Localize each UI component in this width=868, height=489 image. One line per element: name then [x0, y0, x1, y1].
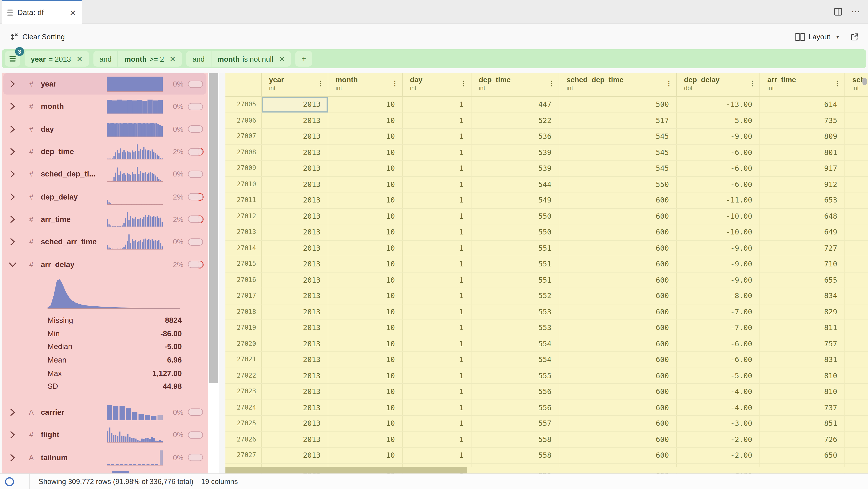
close-icon[interactable]: ✕: [70, 9, 76, 17]
row-number[interactable]: 27012: [225, 208, 262, 224]
table-cell[interactable]: 549: [471, 192, 559, 208]
table-cell[interactable]: 550: [471, 208, 559, 224]
table-cell[interactable]: 2013: [262, 129, 328, 144]
table-cell[interactable]: 10: [328, 288, 403, 303]
table-cell[interactable]: -11.00: [677, 192, 760, 208]
table-cell[interactable]: 10: [328, 416, 403, 431]
table-cell[interactable]: 1: [403, 384, 471, 399]
sidebar-column-row-sched_arr_time[interactable]: #sched_arr_time0%: [2, 231, 208, 253]
table-cell[interactable]: 2013: [262, 352, 328, 367]
table-cell[interactable]: 10: [328, 177, 403, 192]
table-cell[interactable]: [845, 129, 868, 144]
table-cell[interactable]: 600: [559, 320, 677, 335]
table-cell[interactable]: 1: [403, 400, 471, 415]
table-cell[interactable]: 10: [328, 129, 403, 144]
table-cell[interactable]: 536: [471, 129, 559, 144]
table-cell[interactable]: [845, 272, 868, 287]
table-cell[interactable]: 10: [328, 224, 403, 240]
horizontal-scrollbar-thumb[interactable]: [225, 467, 467, 473]
table-cell[interactable]: 2013: [262, 432, 328, 447]
table-cell[interactable]: 10: [328, 384, 403, 399]
clear-sorting-button[interactable]: Clear Sorting: [9, 32, 65, 41]
sidebar-scrollbar-thumb[interactable]: [209, 73, 218, 383]
table-cell[interactable]: [845, 256, 868, 272]
table-cell[interactable]: [845, 400, 868, 415]
table-cell[interactable]: -4.00: [677, 400, 760, 415]
table-cell[interactable]: 1: [403, 160, 471, 176]
table-cell[interactable]: [845, 177, 868, 192]
table-cell[interactable]: -9.00: [677, 129, 760, 144]
sidebar-column-row-arr_delay[interactable]: #arr_delay2%: [2, 253, 208, 276]
table-cell[interactable]: 1: [403, 224, 471, 240]
table-cell[interactable]: 1: [403, 240, 471, 256]
table-cell[interactable]: 500: [559, 97, 677, 112]
table-cell[interactable]: [845, 368, 868, 383]
table-cell[interactable]: 809: [760, 129, 845, 144]
table-cell[interactable]: 551: [471, 240, 559, 256]
null-indicator-pill[interactable]: [188, 454, 203, 461]
column-header-year[interactable]: yearint⋮: [262, 73, 328, 96]
table-cell[interactable]: 10: [328, 256, 403, 272]
table-cell[interactable]: [845, 384, 868, 399]
table-cell[interactable]: 2013: [262, 145, 328, 160]
split-editor-icon[interactable]: [834, 7, 842, 15]
row-number[interactable]: 27023: [225, 384, 262, 399]
table-cell[interactable]: 553: [471, 320, 559, 335]
sidebar-column-row-flight[interactable]: #flight0%: [2, 424, 208, 446]
null-indicator-pill[interactable]: [188, 431, 203, 438]
tab-data-df[interactable]: Data: df ✕: [2, 0, 82, 24]
table-cell[interactable]: 2013: [262, 177, 328, 192]
table-cell[interactable]: 1: [403, 416, 471, 431]
null-indicator-pill[interactable]: [188, 103, 203, 110]
table-cell[interactable]: [845, 97, 868, 112]
row-number[interactable]: 27016: [225, 272, 262, 287]
sidebar-column-row-day[interactable]: #day0%: [2, 118, 208, 141]
table-cell[interactable]: [845, 448, 868, 463]
table-cell[interactable]: 810: [760, 384, 845, 399]
table-cell[interactable]: 10: [328, 448, 403, 463]
null-indicator-pill[interactable]: [188, 409, 203, 416]
table-cell[interactable]: 600: [559, 256, 677, 272]
table-cell[interactable]: [845, 113, 868, 128]
table-cell[interactable]: 1: [403, 432, 471, 447]
table-cell[interactable]: 600: [559, 336, 677, 352]
table-cell[interactable]: 757: [760, 336, 845, 352]
table-cell[interactable]: 834: [760, 288, 845, 303]
table-cell[interactable]: -6.00: [677, 145, 760, 160]
table-cell[interactable]: 544: [471, 177, 559, 192]
table-cell[interactable]: 1: [403, 208, 471, 224]
row-number[interactable]: 27025: [225, 416, 262, 431]
table-cell[interactable]: -6.00: [677, 336, 760, 352]
table-cell[interactable]: 600: [559, 368, 677, 383]
null-indicator-pill[interactable]: [188, 238, 203, 245]
table-cell[interactable]: 600: [559, 288, 677, 303]
table-cell[interactable]: 1: [403, 368, 471, 383]
table-cell[interactable]: 557: [471, 416, 559, 431]
table-cell[interactable]: 726: [760, 432, 845, 447]
sidebar-column-row-dep_delay[interactable]: #dep_delay2%: [2, 185, 208, 208]
table-cell[interactable]: 2013: [262, 208, 328, 224]
row-number[interactable]: 27022: [225, 368, 262, 383]
null-indicator-pill[interactable]: [188, 126, 203, 133]
table-cell[interactable]: 614: [760, 97, 845, 112]
filter-condition-pill[interactable]: monthis not null✕: [211, 51, 291, 67]
table-cell[interactable]: 600: [559, 352, 677, 367]
table-cell[interactable]: -4.00: [677, 384, 760, 399]
chevron-right-icon[interactable]: [10, 454, 16, 461]
row-number[interactable]: 27021: [225, 352, 262, 367]
table-cell[interactable]: 555: [471, 368, 559, 383]
chevron-down-icon[interactable]: [10, 261, 16, 268]
table-cell[interactable]: -9.00: [677, 272, 760, 287]
null-indicator-pill[interactable]: [188, 193, 203, 201]
table-cell[interactable]: 2013: [262, 224, 328, 240]
column-menu-icon[interactable]: ⋮: [548, 80, 555, 87]
chevron-right-icon[interactable]: [10, 103, 16, 111]
table-cell[interactable]: 2013: [262, 288, 328, 303]
table-cell[interactable]: 851: [760, 416, 845, 431]
horizontal-scrollbar-track[interactable]: [225, 466, 868, 473]
table-cell[interactable]: 735: [760, 113, 845, 128]
chevron-right-icon[interactable]: [10, 215, 16, 223]
table-cell[interactable]: 2013: [262, 448, 328, 463]
table-cell[interactable]: 10: [328, 368, 403, 383]
table-cell[interactable]: -2.00: [677, 448, 760, 463]
